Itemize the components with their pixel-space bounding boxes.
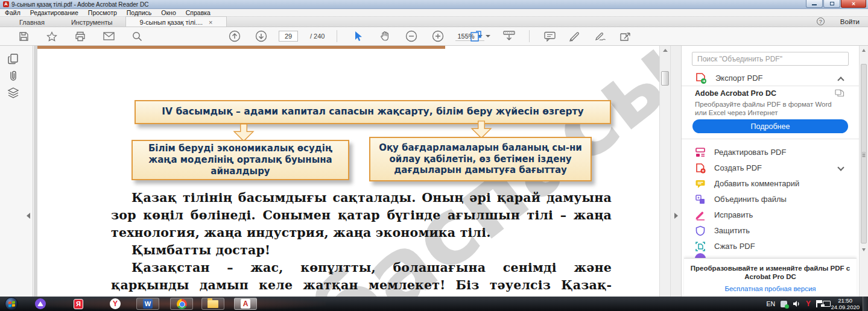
tool-protect[interactable]: Защитить — [682, 223, 859, 238]
language-indicator[interactable]: EN — [766, 300, 775, 307]
menu-file[interactable]: Файл — [0, 9, 25, 16]
scroll-up-icon[interactable] — [663, 49, 668, 52]
tab-home[interactable]: Главная — [6, 16, 58, 27]
speaker-icon[interactable] — [793, 300, 800, 307]
paragraph: Қазақ тілінің басымдығы сақталады. Оның … — [111, 189, 612, 242]
network-icon[interactable] — [823, 301, 831, 307]
taskbar-explorer-button[interactable] — [201, 298, 224, 310]
tool-add-comment[interactable]: Добавить комментарий — [682, 176, 859, 191]
tray-yandex-icon[interactable]: Y — [806, 300, 811, 308]
restore-icon — [830, 2, 834, 5]
tab-tools[interactable]: Инструменты — [58, 16, 126, 27]
show-desktop-button[interactable] — [863, 297, 868, 311]
layers-button[interactable] — [7, 87, 19, 99]
minimize-icon — [812, 4, 817, 5]
tools-panel-scrollbar-thumb[interactable] — [861, 64, 867, 243]
tool-combine-files[interactable]: Объединить файлы — [682, 192, 859, 207]
tab-close-icon[interactable]: × — [209, 19, 212, 26]
taskbar-clock[interactable]: 21:50 24.09.2020 — [831, 297, 860, 310]
title-bar: A 9-сынып қазақ тілі.pdf - Adobe Acrobat… — [0, 0, 868, 9]
next-page-button[interactable] — [252, 28, 270, 44]
menu-window[interactable]: Окно — [156, 9, 180, 16]
tool-export-pdf[interactable]: Экспорт PDF — [682, 71, 859, 86]
minimize-button[interactable] — [806, 0, 823, 8]
collapse-right-panel-handle[interactable] — [674, 213, 678, 219]
zoom-in-icon — [432, 30, 444, 42]
previous-page-button[interactable] — [226, 28, 244, 44]
comment-button[interactable] — [540, 28, 559, 44]
signin-button[interactable]: Войти — [840, 18, 860, 25]
tool-label: Добавить комментарий — [714, 179, 799, 188]
scroll-down-icon[interactable] — [862, 248, 866, 251]
acrobat-reader-window: A 9-сынып қазақ тілі.pdf - Adobe Acrobat… — [0, 0, 868, 311]
free-trial-link[interactable]: Бесплатная пробная версия — [724, 285, 816, 292]
search-button[interactable] — [128, 28, 146, 44]
page-thumbnails-icon — [7, 53, 19, 65]
document-viewport[interactable]: баспасы IV басымдық – адами капитал сапа… — [34, 46, 659, 297]
tools-panel-scrollbar[interactable] — [859, 46, 868, 297]
tool-edit-pdf[interactable]: Редактировать PDF — [682, 145, 859, 160]
star-button[interactable] — [43, 28, 61, 44]
fix-pen-icon — [695, 210, 706, 221]
star-icon — [46, 31, 57, 42]
create-pdf-icon — [695, 163, 706, 174]
divider — [682, 139, 859, 139]
highlight-pen-button[interactable] — [566, 28, 584, 44]
chevron-up-icon[interactable] — [837, 77, 844, 83]
system-tray: EN Y — [766, 297, 831, 311]
menu-edit[interactable]: Редактирование — [25, 9, 83, 16]
tab-document[interactable]: 9-сынып қазақ тілі.... × — [125, 16, 226, 27]
action-center-flag-icon[interactable] — [816, 300, 817, 307]
menu-sign[interactable]: Подпись — [122, 9, 157, 16]
tool-label: Создать PDF — [714, 163, 762, 172]
flowchart-top-box: IV басымдық – адами капитал сапасын жақс… — [135, 100, 611, 124]
acrobat-pro-promo-description: Преобразуйте файлы PDF в формат Word или… — [695, 100, 840, 117]
taskbar-alice-button[interactable] — [31, 298, 49, 310]
word-icon: W — [143, 299, 153, 309]
tool-fix[interactable]: Исправить — [682, 207, 859, 222]
fit-width-button[interactable] — [500, 28, 518, 44]
zoom-out-button[interactable] — [402, 28, 420, 44]
help-icon[interactable]: ? — [817, 17, 825, 25]
chevron-down-icon — [486, 35, 490, 37]
main-toolbar: / 240 155% — [0, 27, 868, 46]
restore-button[interactable] — [823, 0, 840, 8]
page-thumbnails-button[interactable] — [7, 53, 19, 65]
start-button[interactable] — [5, 297, 18, 310]
chevron-down-icon[interactable] — [837, 164, 844, 171]
zoom-in-button[interactable] — [429, 28, 447, 44]
document-scrollbar[interactable] — [659, 46, 670, 297]
attachments-button[interactable] — [7, 70, 19, 82]
tool-compress-pdf[interactable]: Сжать PDF — [682, 239, 859, 254]
send-share-button[interactable] — [616, 28, 635, 44]
edit-pdf-icon — [695, 147, 706, 158]
tool-create-pdf[interactable]: Создать PDF — [682, 160, 859, 175]
tray-update-icon[interactable] — [781, 301, 787, 307]
acrobat-icon: A — [241, 299, 250, 309]
document-scrollbar-thumb[interactable] — [661, 71, 669, 86]
page-fit-button[interactable] — [467, 28, 493, 44]
cursor-icon — [353, 31, 363, 42]
scroll-up-icon[interactable] — [862, 49, 866, 52]
taskbar-chrome-button[interactable] — [170, 298, 193, 310]
menu-help[interactable]: Справка — [181, 9, 215, 16]
email-button[interactable] — [100, 28, 118, 44]
print-button[interactable] — [71, 28, 89, 44]
taskbar-yandex-browser-button[interactable]: Y — [106, 298, 124, 310]
menu-view[interactable]: Просмотр — [83, 9, 122, 16]
page-number-input[interactable] — [279, 31, 298, 42]
tools-search-input[interactable] — [692, 52, 849, 66]
hand-tool-button[interactable] — [376, 28, 394, 44]
taskbar-word-button[interactable]: W — [136, 298, 159, 310]
collapse-left-panel-handle[interactable] — [27, 213, 30, 219]
select-tool-button[interactable] — [349, 28, 367, 44]
flowchart-left-box: Білім беруді экономикалық өсудің жаңа мо… — [131, 140, 349, 180]
learn-more-button[interactable]: Подробнее — [692, 119, 848, 133]
taskbar-yandex-badge-button[interactable]: Я — [69, 298, 87, 310]
flowchart-right-box: Оқу бағдарламаларын баланың сы-ни ойлау … — [369, 137, 592, 181]
send-icon — [619, 31, 632, 42]
save-button[interactable] — [14, 28, 33, 44]
fill-sign-button[interactable] — [591, 28, 609, 44]
close-button[interactable]: ✕ — [841, 0, 866, 8]
taskbar-acrobat-button[interactable]: A — [234, 298, 257, 310]
